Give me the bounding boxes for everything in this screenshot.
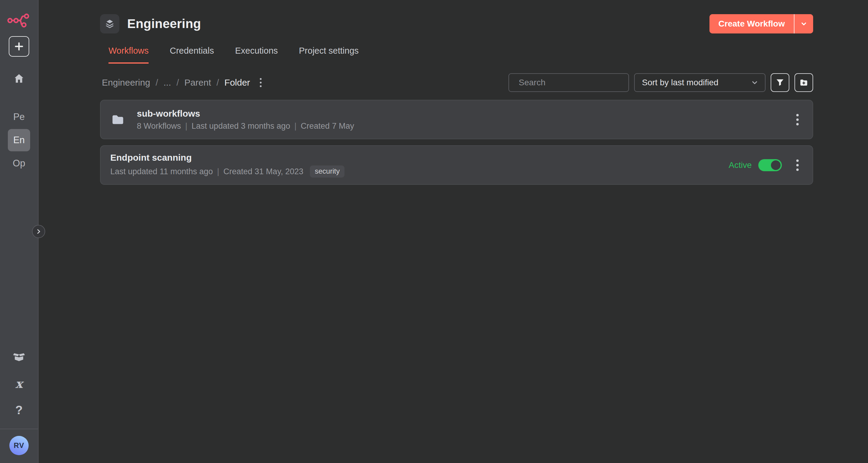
chevron-down-icon — [800, 20, 808, 28]
breadcrumb-separator: / — [176, 78, 179, 88]
breadcrumb: Engineering / ... / Parent / Folder — [100, 76, 264, 90]
sort-dropdown-value: Sort by last modified — [642, 78, 750, 87]
sidebar-item-project-en[interactable]: En — [8, 129, 30, 151]
help-icon[interactable]: ? — [9, 402, 29, 419]
folder-card-meta: 8 Workflows | Last updated 3 months ago … — [137, 121, 354, 131]
tab-project-settings[interactable]: Project settings — [299, 46, 359, 64]
folder-actions-button[interactable] — [257, 76, 264, 90]
workflow-list: sub-workflows 8 Workflows | Last updated… — [100, 100, 813, 185]
avatar-initials: RV — [14, 441, 24, 450]
workflow-card-title: Endpoint scanning — [110, 153, 344, 163]
create-workflow-button[interactable]: Create Workflow — [710, 14, 794, 33]
add-button[interactable] — [9, 36, 29, 57]
active-toggle[interactable] — [758, 159, 782, 171]
folder-card[interactable]: sub-workflows 8 Workflows | Last updated… — [100, 100, 813, 139]
folder-card-title: sub-workflows — [137, 109, 354, 119]
status-label: Active — [729, 160, 752, 170]
chevron-down-icon — [750, 79, 759, 87]
breadcrumb-item-ellipsis[interactable]: ... — [163, 78, 171, 88]
folder-icon — [110, 112, 125, 127]
avatar[interactable]: RV — [9, 436, 29, 455]
tab-workflows[interactable]: Workflows — [108, 46, 149, 64]
sidebar-divider — [0, 429, 38, 429]
filter-funnel-icon — [775, 78, 785, 87]
tab-executions[interactable]: Executions — [235, 46, 278, 64]
main-content: Engineering Create Workflow Workflows Cr… — [39, 0, 868, 463]
search-box — [508, 73, 629, 92]
tag-badge[interactable]: security — [310, 165, 344, 178]
tab-bar: Workflows Credentials Executions Project… — [100, 46, 813, 64]
workflow-card-meta: Last updated 11 months ago | Created 31 … — [110, 165, 344, 178]
workflow-card-menu-button[interactable] — [792, 156, 803, 174]
filter-button[interactable] — [771, 73, 789, 92]
breadcrumb-item-engineering[interactable]: Engineering — [102, 78, 150, 88]
create-workflow-split-button: Create Workflow — [710, 14, 813, 33]
chevron-right-icon — [35, 228, 42, 235]
breadcrumb-item-folder-current: Folder — [224, 78, 250, 88]
page-header: Engineering Create Workflow — [100, 14, 813, 34]
workflow-card[interactable]: Endpoint scanning Last updated 11 months… — [100, 145, 813, 185]
breadcrumb-separator: / — [216, 78, 219, 88]
sidebar-item-project-pe[interactable]: Pe — [8, 107, 30, 127]
variables-icon[interactable]: x — [9, 375, 29, 392]
sidebar-projects: Pe En Op — [8, 107, 30, 173]
sidebar-item-project-op[interactable]: Op — [8, 154, 30, 173]
list-toolbar: Sort by last modified — [508, 73, 813, 92]
breadcrumb-item-parent[interactable]: Parent — [184, 78, 211, 88]
page-title: Engineering — [127, 17, 201, 31]
breadcrumb-separator: / — [156, 78, 158, 88]
folder-plus-icon — [799, 78, 809, 87]
n8n-logo-icon — [7, 12, 31, 29]
sidebar-expand-button[interactable] — [32, 225, 45, 238]
templates-icon[interactable] — [9, 348, 29, 365]
new-folder-button[interactable] — [795, 73, 813, 92]
folder-card-menu-button[interactable] — [792, 111, 803, 128]
home-icon[interactable] — [9, 71, 29, 86]
sort-dropdown[interactable]: Sort by last modified — [634, 73, 766, 92]
project-layers-icon — [100, 14, 119, 33]
controls-row: Engineering / ... / Parent / Folder Sort… — [100, 73, 813, 92]
create-workflow-dropdown-button[interactable] — [795, 14, 813, 33]
search-input[interactable] — [519, 78, 627, 87]
toggle-knob — [771, 160, 781, 170]
tab-credentials[interactable]: Credentials — [170, 46, 214, 64]
